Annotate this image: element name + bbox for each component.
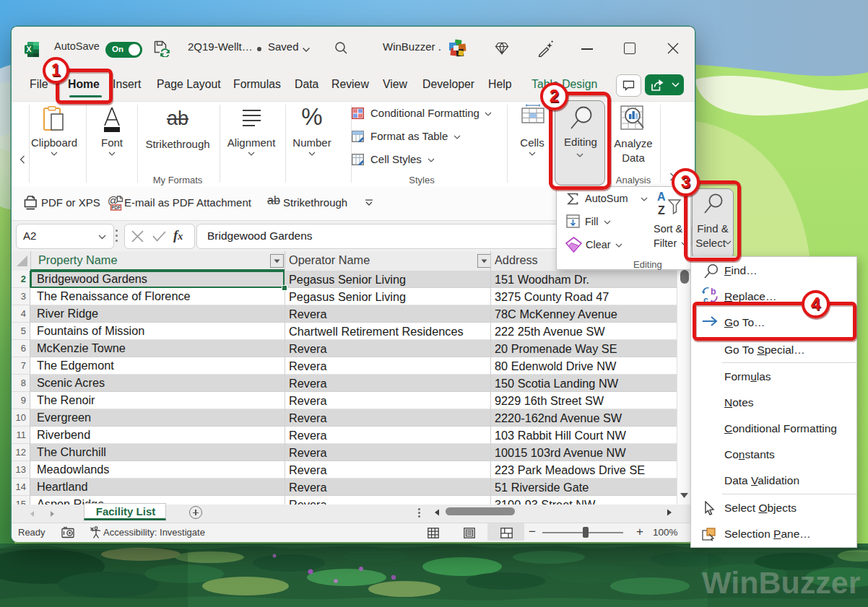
svg-text:X: X [26,45,31,53]
svg-text:b: b [711,287,716,297]
svg-text:PDF: PDF [111,205,121,210]
svg-text:WinBuzzer: WinBuzzer [702,565,861,600]
